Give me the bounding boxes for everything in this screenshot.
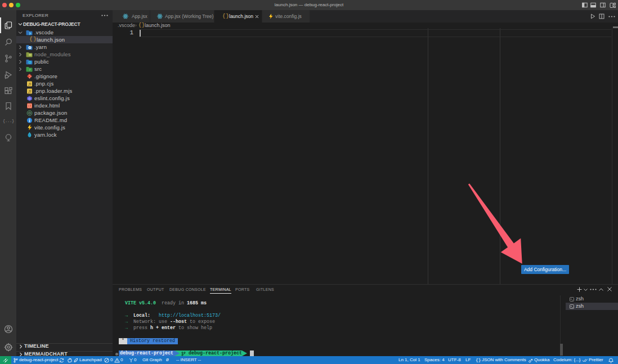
svg-text:5: 5: [29, 104, 30, 107]
